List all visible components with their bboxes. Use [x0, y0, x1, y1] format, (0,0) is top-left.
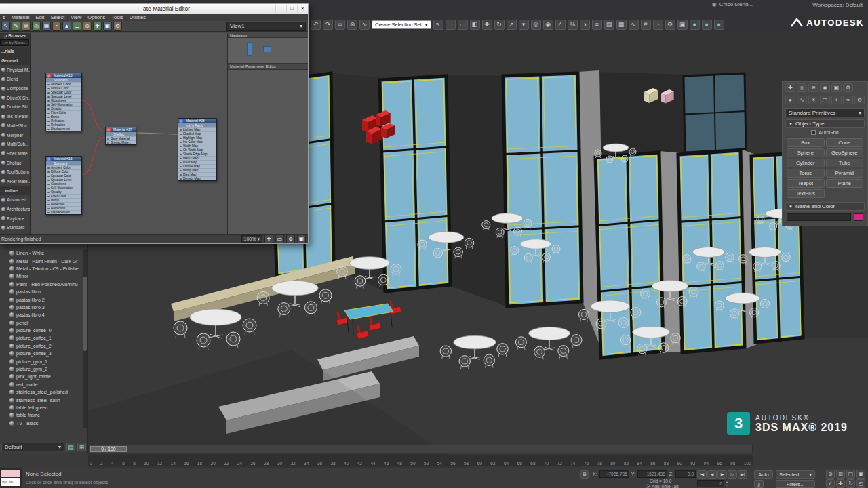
primitive-button[interactable]: Tube: [826, 159, 864, 167]
category-systems-icon[interactable]: ⚙: [854, 96, 865, 104]
node-slot[interactable]: Displacement: [46, 210, 81, 214]
set-key-button[interactable]: ⚷: [754, 480, 764, 488]
slate-select-icon[interactable]: ↖: [1, 22, 10, 30]
primitive-button[interactable]: Cone: [826, 138, 864, 147]
selection-lock-toggle[interactable]: ⊠: [580, 470, 589, 479]
frame-spinner[interactable]: ▴ ▾: [726, 480, 728, 487]
tab-create-icon[interactable]: ✚: [785, 83, 795, 92]
material-list-item[interactable]: Paint - Red Polished Aluminu: [0, 281, 87, 288]
node-slot[interactable]: Density Map: [178, 176, 216, 180]
put-to-library-icon[interactable]: ▤: [22, 22, 31, 30]
object-name-field[interactable]: [787, 214, 851, 221]
primitive-button[interactable]: Sphere: [787, 148, 825, 157]
time-slider[interactable]: 0 / 100: [88, 445, 753, 453]
slate-node-view[interactable]: Material #15 Standard Ambient ColorDiffu…: [31, 33, 227, 234]
category-shapes-icon[interactable]: ∿: [797, 96, 807, 104]
pick-material-from-object-icon[interactable]: ✎: [12, 22, 20, 30]
pan-icon[interactable]: ✚: [836, 479, 845, 488]
node-slot[interactable]: Displacement: [46, 127, 81, 131]
browser-item[interactable]: Shellac: [0, 158, 30, 167]
add-time-tag[interactable]: Add Time Tag: [652, 484, 679, 488]
mirror-icon[interactable]: ◑: [580, 20, 590, 30]
browser-item[interactable]: Standard: [0, 223, 30, 232]
zoom-all-icon[interactable]: ⊞: [836, 470, 845, 479]
browser-item[interactable]: Physical M...: [0, 65, 30, 75]
dark-window[interactable]: [684, 73, 746, 152]
material-list-item[interactable]: stainless_steel_satin: [0, 396, 87, 403]
browser-item[interactable]: Matte/Sha...: [0, 121, 30, 131]
select-and-rotate-icon[interactable]: ↻: [494, 20, 505, 30]
workspaces-selector[interactable]: Workspaces: Default: [812, 2, 863, 8]
browser-item[interactable]: General: [0, 56, 30, 66]
menu-item[interactable]: Tools: [111, 14, 123, 20]
listener-line[interactable]: ript Mi: [1, 478, 20, 486]
browser-item[interactable]: Architectural: [0, 205, 30, 214]
next-frame-button[interactable]: ▷: [728, 470, 737, 479]
tab-hierarchy-icon[interactable]: ≋: [808, 83, 818, 92]
schematic-view-icon[interactable]: #: [641, 20, 651, 30]
menu-item[interactable]: Select: [50, 14, 64, 20]
options-icon[interactable]: ⚙: [113, 22, 122, 30]
browser-item[interactable]: Double Sid...: [0, 102, 30, 112]
material-list-item[interactable]: picture_coffee_3: [0, 350, 87, 357]
key-filters-button[interactable]: Filters...: [776, 480, 815, 488]
autogrid-checkbox[interactable]: AutoGrid: [783, 128, 867, 136]
tab-modify-icon[interactable]: ◎: [797, 83, 807, 92]
browser-item[interactable]: Morpher: [0, 130, 30, 140]
navigator-canvas[interactable]: [228, 38, 308, 64]
primitive-button[interactable]: GeoSphere: [826, 148, 864, 157]
zoom-extents-icon[interactable]: ▢: [846, 470, 855, 479]
material-list-item[interactable]: pastas libro 3: [0, 304, 87, 311]
select-by-name-icon[interactable]: ☰: [446, 20, 456, 30]
show-end-result-icon[interactable]: ◔: [52, 22, 61, 30]
zoom-extents-all-icon[interactable]: ▣: [856, 470, 865, 479]
material-editor-icon[interactable]: ◔: [653, 20, 663, 30]
browser-item[interactable]: Blend: [0, 75, 30, 84]
material-node-15[interactable]: Material #15 Standard Ambient ColorDiffu…: [45, 73, 82, 131]
browser-item[interactable]: Raytrace: [0, 214, 30, 223]
signed-in-user[interactable]: Chico Mend...: [719, 1, 753, 7]
material-list-item[interactable]: stainless_steel_polished: [0, 388, 87, 396]
material-list-item[interactable]: pastas libro 4: [0, 311, 87, 319]
maximize-viewport-icon[interactable]: ◰: [856, 479, 865, 488]
auto-key-button[interactable]: Auto: [754, 470, 773, 479]
navigator-panel-title[interactable]: Navigator: [228, 33, 308, 38]
browser-item[interactable]: Multi/Sub...: [0, 140, 30, 149]
spinner-down-icon[interactable]: ▾: [726, 483, 728, 487]
window[interactable]: [503, 73, 582, 306]
track-bar[interactable]: 0246810121416182022242628303234363840424…: [88, 455, 753, 466]
zoom-level-dropdown[interactable]: 100% ▾: [241, 235, 262, 243]
redo-icon[interactable]: ↷: [323, 20, 333, 30]
primitive-button[interactable]: TextPlus: [787, 189, 825, 198]
select-and-move-icon[interactable]: ✚: [482, 20, 492, 30]
go-to-start-button[interactable]: |◀: [697, 470, 707, 479]
y-coordinate-field[interactable]: 1521.438: [637, 470, 667, 478]
selected-key-set-dropdown[interactable]: Selected ▾: [776, 470, 815, 479]
pan-tool-icon[interactable]: ✚: [93, 22, 102, 30]
z-coordinate-field[interactable]: 0.0: [675, 470, 696, 478]
fit-view-icon[interactable]: ▣: [297, 235, 306, 243]
reference-coordinate-icon[interactable]: ▾: [519, 20, 529, 30]
object-type-rollout[interactable]: ▼ Object Type: [785, 119, 865, 128]
minimize-button[interactable]: –: [275, 5, 286, 13]
macro-recorder-line[interactable]: [1, 470, 20, 477]
node-slot[interactable]: Shellac Mate...: [106, 140, 136, 144]
snaps-toggle-icon[interactable]: ◉: [543, 20, 553, 30]
unlink-selection-icon[interactable]: ⊗: [347, 20, 357, 30]
time-slider-handle[interactable]: 0 / 100: [90, 446, 127, 452]
render-production-icon[interactable]: ◕: [690, 20, 700, 30]
window-titlebar[interactable]: ate Material Editor – □ ✕: [0, 4, 308, 14]
material-list-item[interactable]: table frame: [0, 411, 87, 419]
material-list-item[interactable]: TV - Black: [0, 420, 87, 427]
tab-display-icon[interactable]: ▣: [831, 83, 842, 92]
material-list-item[interactable]: pink_light_matte: [0, 373, 87, 380]
material-list-item[interactable]: pencil: [0, 319, 87, 327]
category-spacewarps-icon[interactable]: ≈: [843, 96, 853, 104]
select-and-link-icon[interactable]: ∞: [335, 20, 345, 30]
pan-hand-icon[interactable]: ✚: [264, 235, 273, 243]
graphite-ribbon-icon[interactable]: ▦: [616, 20, 627, 30]
category-geometry-icon[interactable]: ●: [785, 96, 795, 104]
layout-all-icon[interactable]: ▣: [103, 22, 112, 30]
bind-to-space-warp-icon[interactable]: ∿: [359, 20, 370, 30]
play-button[interactable]: ▶: [717, 470, 727, 479]
